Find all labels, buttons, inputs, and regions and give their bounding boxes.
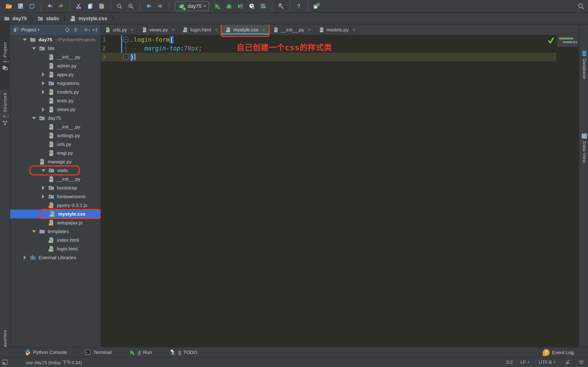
tree-row-login-html[interactable]: Hlogin.html	[10, 244, 101, 253]
redo-button[interactable]	[57, 2, 65, 10]
breadcrumb-item-mystyle-css[interactable]: CSSmystyle.css	[70, 15, 107, 22]
toolwindow-button-data-view[interactable]: Data View	[579, 133, 588, 163]
tree-expand-arrow-icon[interactable]	[39, 194, 48, 199]
toolwindow-button-6-todo[interactable]: 6: TODO	[170, 349, 197, 356]
breadcrumb-item-static[interactable]: static	[37, 15, 59, 22]
code-line-3[interactable]: 3}	[101, 53, 556, 61]
toolwindow-button-python-console[interactable]: Python Console	[24, 349, 67, 356]
locate-button[interactable]	[64, 26, 71, 33]
toolwindow-button-7-structure[interactable]: 7: Structure	[0, 93, 10, 126]
help-button[interactable]: ?	[295, 2, 303, 10]
inspection-profile-icon[interactable]	[578, 359, 584, 365]
hide-panel-button[interactable]	[91, 26, 98, 33]
tree-row-models-py[interactable]: models.py	[10, 88, 101, 96]
tree-expand-arrow-icon[interactable]	[39, 81, 48, 85]
line-separator-select[interactable]: LF	[520, 360, 531, 365]
tree-row-mystyle-css[interactable]: CSSmystyle.css	[10, 210, 101, 218]
run-button[interactable]	[214, 2, 221, 10]
tree-row-tests-py[interactable]: tests.py	[10, 96, 101, 105]
copy-button[interactable]	[86, 2, 94, 10]
tab-urls-py[interactable]: urls.py×	[101, 25, 138, 35]
paste-button[interactable]	[98, 2, 106, 10]
open-button[interactable]	[5, 2, 13, 10]
tree-expand-arrow-icon[interactable]	[39, 186, 48, 190]
inspections-ok-icon[interactable]	[547, 36, 555, 44]
tree-expand-arrow-icon[interactable]	[29, 47, 39, 50]
tree-row-external-libraries[interactable]: External Libraries	[10, 253, 101, 262]
unlock-icon[interactable]	[565, 359, 571, 365]
find-button[interactable]	[115, 2, 123, 10]
rundash-button[interactable]	[259, 2, 267, 10]
toolwindow-toggle-icon[interactable]	[2, 359, 8, 365]
collapse-all-button[interactable]	[72, 26, 79, 33]
tree-row-init-py[interactable]: __init__.py	[10, 123, 101, 131]
fold-marker-icon[interactable]: −	[123, 37, 128, 42]
cut-button[interactable]	[75, 2, 83, 10]
tree-row-fontawesome[interactable]: fontawesome	[10, 192, 101, 201]
close-tab-icon[interactable]: ×	[262, 27, 265, 33]
tab-login-html[interactable]: Hlogin.html×	[179, 25, 222, 35]
caret-position[interactable]: 3:2	[506, 360, 513, 365]
tree-row-manage-py[interactable]: manage.py	[10, 157, 101, 166]
save-button[interactable]	[17, 2, 24, 10]
tree-row-settings-py[interactable]: settings.py	[10, 131, 101, 140]
debug-button[interactable]	[225, 2, 233, 10]
tree-row-migrations[interactable]: migrations	[10, 79, 101, 88]
gear-button[interactable]: ▾	[83, 26, 90, 33]
tree-row-bbt[interactable]: bbt	[10, 44, 101, 53]
tree-row-jquery-3-3-1-js[interactable]: JSjquery-3.3.1.js	[10, 201, 101, 210]
replace-button[interactable]: A	[127, 2, 135, 10]
tree-row-init-py[interactable]: __init__.py	[10, 175, 101, 184]
undo-button[interactable]	[46, 2, 53, 10]
search-everywhere-button[interactable]	[577, 2, 585, 10]
settings-button[interactable]	[277, 2, 285, 10]
tree-row-views-py[interactable]: views.py	[10, 105, 101, 114]
tree-row-urls-py[interactable]: urls.py	[10, 140, 101, 149]
tree-expand-arrow-icon[interactable]	[39, 90, 48, 94]
toolwindow-button-terminal[interactable]: >_Terminal	[85, 349, 111, 356]
tree-expand-arrow-icon[interactable]	[20, 39, 29, 41]
coverage-button[interactable]	[237, 2, 244, 10]
tree-expand-arrow-icon[interactable]	[39, 107, 48, 111]
toolwindow-button-database[interactable]: Database	[579, 50, 588, 79]
tree-row-day75[interactable]: day75~/PycharmProjects	[10, 35, 101, 44]
tab-init-py[interactable]: __init__.py×	[269, 25, 315, 35]
back-button[interactable]	[145, 2, 153, 10]
tree-row-apps-py[interactable]: apps.py	[10, 70, 101, 79]
close-tab-icon[interactable]: ×	[308, 27, 311, 33]
forward-button[interactable]	[156, 2, 164, 10]
code-token: .	[130, 36, 134, 43]
tree-row-wsgi-py[interactable]: wsgi.py	[10, 149, 101, 157]
sync-button[interactable]	[28, 2, 36, 10]
fold-marker-icon[interactable]: −	[123, 54, 128, 60]
close-tab-icon[interactable]: ×	[131, 27, 134, 33]
tree-expand-arrow-icon[interactable]	[39, 73, 48, 77]
tab-models-py[interactable]: models.py×	[315, 25, 359, 35]
toolwindow-button-4-run[interactable]: 4: Run	[129, 349, 152, 356]
tree-row-day75[interactable]: day75	[10, 114, 101, 123]
tree-row-templates[interactable]: templates	[10, 227, 101, 236]
tree-expand-arrow-icon[interactable]	[29, 230, 39, 233]
tree-row-setupajax-js[interactable]: JSsetupajax.js	[10, 218, 101, 227]
tree-row-bootstrap[interactable]: bootstrap	[10, 184, 101, 192]
tab-mystyle-css[interactable]: CSSmystyle.css×	[222, 25, 269, 35]
run-config-select[interactable]: djday75▾	[175, 1, 209, 11]
code-editor[interactable]: − − 1.login-form{2····margin-top:70px;3}…	[101, 35, 579, 61]
tree-row-init-py[interactable]: __init__.py	[10, 53, 101, 61]
deploy-button[interactable]	[313, 2, 320, 10]
tree-row-index-html[interactable]: Hindex.html	[10, 236, 101, 244]
toolwindow-button-1-project[interactable]: 1: Project	[0, 42, 10, 71]
close-tab-icon[interactable]: ×	[215, 27, 218, 33]
event-log-button[interactable]: 7 Event Log	[543, 348, 574, 357]
tree-expand-arrow-icon[interactable]	[20, 256, 29, 260]
tab-views-py[interactable]: views.py×	[138, 25, 179, 35]
tree-expand-arrow-icon[interactable]	[39, 169, 48, 172]
close-tab-icon[interactable]: ×	[172, 27, 174, 33]
tree-row-static[interactable]: static	[10, 166, 101, 175]
profiler-button[interactable]	[248, 2, 256, 10]
encoding-select[interactable]: UTF-8	[539, 360, 557, 365]
tree-expand-arrow-icon[interactable]	[29, 117, 39, 119]
tree-row-admin-py[interactable]: admin.py	[10, 61, 101, 70]
chevron-down-icon[interactable]: ▾	[37, 27, 40, 32]
close-tab-icon[interactable]: ×	[353, 27, 355, 33]
